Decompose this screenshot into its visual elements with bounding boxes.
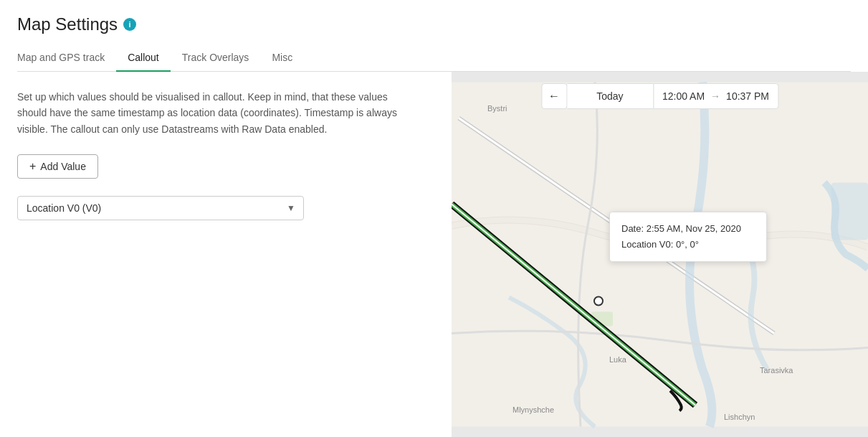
svg-text:Luka: Luka bbox=[609, 355, 627, 364]
tab-bar: Map and GPS track Callout Track Overlays… bbox=[17, 46, 851, 72]
add-value-label: Add Value bbox=[40, 161, 86, 172]
callout-location: Location V0: 0°, 0° bbox=[621, 237, 755, 253]
page-title: Map Settings bbox=[17, 14, 118, 34]
svg-text:Bystri: Bystri bbox=[487, 104, 507, 113]
tab-callout[interactable]: Callout bbox=[116, 46, 171, 72]
svg-text:Mlynyshche: Mlynyshche bbox=[512, 405, 554, 414]
tab-map-gps[interactable]: Map and GPS track bbox=[17, 46, 116, 72]
callout-date: Date: 2:55 AM, Nov 25, 2020 bbox=[621, 221, 755, 237]
time-end: 10:37 PM bbox=[726, 90, 769, 102]
svg-text:Lishchyn: Lishchyn bbox=[724, 413, 755, 421]
tab-misc[interactable]: Misc bbox=[260, 46, 304, 72]
svg-text:Tarasivka: Tarasivka bbox=[760, 366, 793, 375]
callout-description: Set up which values should be visualised… bbox=[17, 89, 419, 137]
callout-popup: Date: 2:55 AM, Nov 25, 2020 Location V0:… bbox=[609, 212, 767, 262]
map-time-field: 12:00 AM → 10:37 PM bbox=[653, 83, 778, 109]
info-icon[interactable]: i bbox=[123, 18, 136, 31]
tab-track-overlays[interactable]: Track Overlays bbox=[171, 46, 261, 72]
location-dropdown[interactable]: Location V0 (V0) bbox=[17, 196, 304, 220]
svg-rect-1 bbox=[831, 183, 868, 240]
time-start: 12:00 AM bbox=[662, 90, 705, 102]
time-range-arrow-icon: → bbox=[710, 90, 720, 102]
map-panel: Bystri Luka Mlynyshche Tarasivka Lishchy… bbox=[452, 72, 868, 437]
map-date-field[interactable]: Today bbox=[567, 83, 653, 109]
add-value-button[interactable]: + Add Value bbox=[17, 154, 98, 179]
plus-icon: + bbox=[29, 160, 36, 173]
location-dropdown-wrapper: Location V0 (V0) ▼ bbox=[17, 196, 304, 220]
left-panel: Set up which values should be visualised… bbox=[0, 72, 452, 437]
svg-point-3 bbox=[594, 297, 603, 306]
map-controls: ← Today 12:00 AM → 10:37 PM bbox=[541, 83, 778, 109]
map-back-button[interactable]: ← bbox=[541, 83, 567, 109]
